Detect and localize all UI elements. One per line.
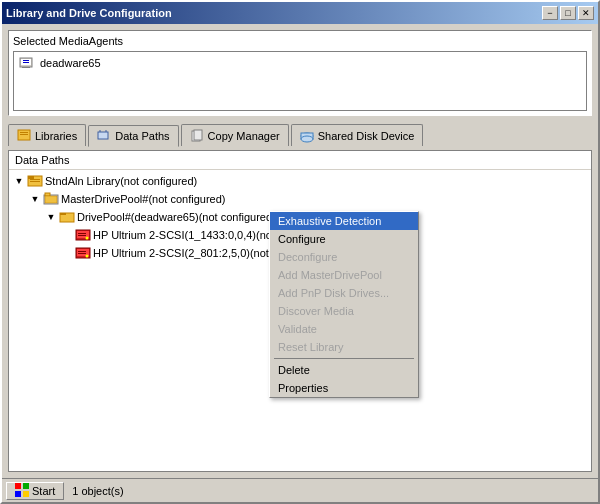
menu-item-exhaustive-detection[interactable]: Exhaustive Detection [270, 212, 418, 230]
title-bar-controls: − □ ✕ [542, 6, 594, 20]
status-bar: Start 1 object(s) [2, 478, 598, 502]
window-content: Selected MediaAgents deadware65 [2, 24, 598, 478]
tab-bar: Libraries Data Paths [8, 124, 592, 146]
svg-rect-3 [23, 60, 29, 61]
svg-rect-7 [20, 134, 28, 135]
window-title: Library and Drive Configuration [6, 7, 172, 19]
svg-rect-21 [45, 193, 50, 196]
shared-disk-tab-icon [300, 129, 314, 143]
data-paths-tab-icon [97, 129, 111, 143]
drive-pool-label: DrivePool#(deadware65)(not configured) [77, 211, 276, 223]
tree-item-library[interactable]: ▼ StndAln Library(not configured) [9, 172, 591, 190]
data-paths-heading: Data Paths [9, 151, 591, 170]
close-button[interactable]: ✕ [578, 6, 594, 20]
master-pool-label: MasterDrivePool#(not configured) [61, 193, 225, 205]
start-icon [15, 483, 29, 499]
svg-rect-17 [28, 176, 34, 179]
menu-item-discover-media: Discover Media [270, 302, 418, 320]
svg-rect-22 [45, 196, 57, 203]
media-agents-label: Selected MediaAgents [13, 35, 587, 47]
tab-copy-manager[interactable]: Copy Manager [181, 124, 289, 146]
start-label: Start [32, 485, 55, 497]
context-menu: Exhaustive Detection Configure Deconfigu… [269, 211, 419, 398]
expand-icon-library: ▼ [11, 173, 27, 189]
media-agents-list: deadware65 [13, 51, 587, 111]
menu-item-add-master-drive-pool: Add MasterDrivePool [270, 266, 418, 284]
libraries-tab-icon [17, 129, 31, 143]
media-agent-name: deadware65 [40, 57, 101, 69]
drive-2-icon [75, 245, 91, 261]
svg-rect-6 [20, 132, 28, 133]
minimize-button[interactable]: − [542, 6, 558, 20]
drive-pool-icon [59, 209, 75, 225]
svg-point-27 [86, 237, 89, 240]
menu-item-configure[interactable]: Configure [270, 230, 418, 248]
main-panel: Data Paths ▼ StndAln Library(not configu… [8, 150, 592, 472]
svg-rect-38 [23, 491, 29, 497]
library-icon [27, 173, 43, 189]
svg-rect-28 [78, 233, 86, 234]
svg-rect-33 [78, 251, 86, 252]
svg-rect-8 [98, 132, 108, 139]
library-label: StndAln Library(not configured) [45, 175, 197, 187]
tab-shared-disk[interactable]: Shared Disk Device [291, 124, 424, 146]
svg-rect-34 [78, 253, 86, 254]
start-button[interactable]: Start [6, 482, 64, 500]
title-bar: Library and Drive Configuration − □ ✕ [2, 2, 598, 24]
svg-rect-12 [194, 130, 202, 140]
status-text: 1 object(s) [68, 485, 123, 497]
svg-rect-19 [30, 181, 40, 182]
svg-rect-37 [15, 491, 21, 497]
master-pool-icon [43, 191, 59, 207]
svg-rect-29 [78, 235, 86, 236]
svg-rect-18 [30, 179, 40, 180]
svg-rect-24 [60, 213, 66, 215]
copy-manager-tab-icon [190, 129, 204, 143]
menu-item-delete[interactable]: Delete [270, 361, 418, 379]
menu-item-reset-library: Reset Library [270, 338, 418, 356]
menu-item-validate: Validate [270, 320, 418, 338]
svg-rect-2 [22, 67, 30, 68]
svg-rect-36 [23, 483, 29, 489]
menu-item-deconfigure: Deconfigure [270, 248, 418, 266]
media-agent-icon [18, 55, 34, 71]
menu-item-add-pnp-disk-drives: Add PnP Disk Drives... [270, 284, 418, 302]
tree-item-master-pool[interactable]: ▼ MasterDrivePool#(not configured) [25, 190, 591, 208]
expand-icon-master-pool: ▼ [27, 191, 43, 207]
svg-point-32 [86, 255, 89, 258]
menu-separator [274, 358, 414, 359]
main-window: Library and Drive Configuration − □ ✕ Se… [0, 0, 600, 504]
tab-libraries-label: Libraries [35, 130, 77, 142]
tab-data-paths[interactable]: Data Paths [88, 125, 178, 147]
media-agent-item: deadware65 [18, 54, 582, 72]
tab-data-paths-label: Data Paths [115, 130, 169, 142]
tab-shared-disk-label: Shared Disk Device [318, 130, 415, 142]
menu-item-properties[interactable]: Properties [270, 379, 418, 397]
svg-rect-4 [23, 62, 29, 63]
media-agents-box: Selected MediaAgents deadware65 [8, 30, 592, 116]
svg-point-15 [301, 136, 313, 142]
tab-libraries[interactable]: Libraries [8, 124, 86, 146]
maximize-button[interactable]: □ [560, 6, 576, 20]
drive-1-icon [75, 227, 91, 243]
svg-rect-35 [15, 483, 21, 489]
expand-icon-drive-pool: ▼ [43, 209, 59, 225]
tab-copy-manager-label: Copy Manager [208, 130, 280, 142]
